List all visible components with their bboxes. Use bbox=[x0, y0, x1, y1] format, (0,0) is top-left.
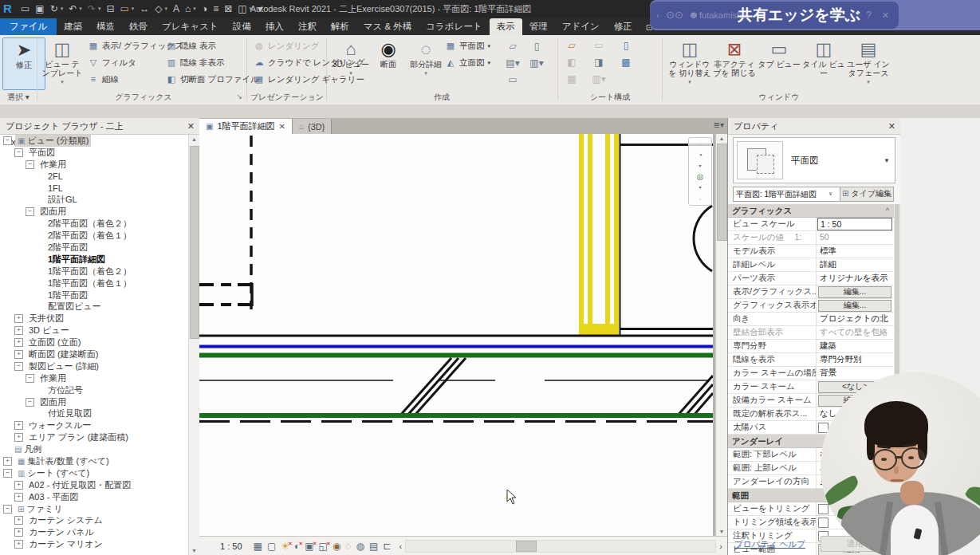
tree-item[interactable]: 1階平面図（着色２） bbox=[0, 266, 189, 278]
insulation-hatch-left[interactable] bbox=[399, 358, 466, 417]
duplicate-view-icon[interactable]: ▯ bbox=[529, 40, 544, 53]
canvas-vertical-scrollbar[interactable]: ▲ ▼ bbox=[715, 134, 727, 536]
property-input[interactable]: 1 : 50 bbox=[817, 218, 892, 230]
ribbon-tab-プレキャスト[interactable]: プレキャスト bbox=[155, 18, 226, 35]
scrollbar-thumb[interactable] bbox=[895, 204, 899, 380]
nav-wheel-mini-icon[interactable]: ◦ bbox=[699, 140, 701, 148]
expand-icon[interactable]: + bbox=[14, 540, 23, 549]
door-swing-arc[interactable] bbox=[694, 206, 712, 271]
steering-wheel-2d-icon[interactable]: ◔ bbox=[698, 151, 703, 159]
chevron-down-icon[interactable]: ▾ bbox=[699, 162, 701, 171]
revisions-icon[interactable]: ◧ bbox=[565, 56, 579, 69]
scroll-up-icon[interactable]: ▲ bbox=[716, 136, 727, 141]
expand-icon[interactable]: + bbox=[14, 516, 23, 525]
project-browser-scrollbar[interactable]: ▲ ▼ bbox=[188, 135, 199, 555]
ribbon-tab-マス & 外構[interactable]: マス & 外構 bbox=[356, 18, 419, 35]
remove-hidden-lines-button[interactable]: ▥隠線 非表示 bbox=[166, 55, 224, 70]
ribbon-tab-表示[interactable]: 表示 bbox=[490, 18, 522, 35]
collapse-icon[interactable]: − bbox=[3, 136, 12, 145]
ribbon-tab-管理[interactable]: 管理 bbox=[522, 18, 555, 35]
property-value[interactable]: 編集... bbox=[817, 299, 894, 312]
collapse-icon[interactable]: − bbox=[14, 362, 23, 371]
property-value[interactable]: すべての壁を包絡 bbox=[817, 326, 894, 339]
graphics-group-label[interactable]: グラフィックス↘ bbox=[41, 91, 246, 103]
collapse-icon[interactable]: − bbox=[3, 505, 12, 514]
property-value[interactable]: 1 : 50 bbox=[817, 218, 894, 230]
tree-item[interactable]: 付近見取図 bbox=[0, 407, 189, 419]
close-icon[interactable]: ✕ bbox=[187, 118, 195, 134]
hide-isolate-icon[interactable]: ◉ bbox=[333, 541, 340, 552]
window-group-label[interactable]: ウィンドウ bbox=[663, 91, 895, 103]
filter-button[interactable]: ▽フィルタ bbox=[88, 55, 136, 70]
nav-bottom-icon[interactable]: ◦ bbox=[699, 195, 701, 203]
ribbon-tab-ファイル[interactable]: ファイル bbox=[0, 18, 57, 35]
tree-item[interactable]: 1FL bbox=[0, 183, 189, 195]
edit-type-button[interactable]: ⊞ タイプ編集 bbox=[840, 187, 894, 202]
view-tab[interactable]: ▣1階平面詳細図✕ bbox=[199, 119, 293, 134]
scroll-down-icon[interactable]: ▼ bbox=[716, 529, 727, 534]
scrollbar-thumb[interactable] bbox=[190, 146, 199, 339]
property-value[interactable]: プロジェクトの北 bbox=[817, 313, 894, 325]
scrollbar-thumb[interactable] bbox=[717, 144, 727, 241]
project-browser-header[interactable]: プロジェクト ブラウザ - 二上Exercise0307(2015) ✕ bbox=[0, 118, 199, 135]
view-scale-button[interactable]: 1 : 50 bbox=[220, 541, 242, 551]
matchline-icon[interactable]: ▩ bbox=[619, 56, 633, 69]
expand-icon[interactable]: + bbox=[14, 528, 23, 537]
property-checkbox[interactable] bbox=[818, 504, 828, 514]
properties-header[interactable]: プロパティ ✕ bbox=[728, 118, 900, 135]
drawing-canvas[interactable]: ◦ ◔ ▾ ◎ ▾ ◦ bbox=[199, 134, 713, 536]
instance-selector[interactable]: 平面図: 1階平面詳細図 bbox=[733, 187, 842, 202]
tree-item[interactable]: −製図ビュー (詳細) bbox=[0, 360, 189, 372]
legends-icon[interactable]: ▤▾ bbox=[506, 57, 520, 69]
shadows-icon[interactable]: ◐✕ bbox=[294, 541, 300, 552]
ribbon-tab-解析[interactable]: 解析 bbox=[324, 18, 356, 35]
tree-item[interactable]: +カーテン システム bbox=[0, 515, 189, 527]
property-edit-button[interactable]: 編集... bbox=[818, 286, 891, 298]
ribbon-tab-設備[interactable]: 設備 bbox=[226, 18, 258, 35]
viewports-icon[interactable]: ▦ bbox=[565, 73, 579, 85]
insulation-hatch-right[interactable] bbox=[676, 376, 713, 417]
expand-icon[interactable]: + bbox=[14, 433, 23, 442]
view-tab[interactable]: ⌂{3D} bbox=[293, 119, 332, 134]
tree-item[interactable]: −⊞ファミリ bbox=[0, 503, 189, 515]
tree-item[interactable]: −平面図 bbox=[0, 147, 189, 159]
tree-item[interactable]: ▤凡例 bbox=[0, 443, 189, 455]
property-value[interactable]: 専門分野別 bbox=[817, 353, 894, 366]
title-block-icon[interactable]: ▯ bbox=[619, 39, 633, 52]
tree-item[interactable]: −図面用 bbox=[0, 206, 189, 218]
property-checkbox[interactable] bbox=[818, 518, 828, 528]
expand-icon[interactable]: + bbox=[14, 314, 23, 323]
tree-item[interactable]: +ウォークスルー bbox=[0, 419, 189, 431]
properties-help-link[interactable]: プロパティ ヘルプ bbox=[734, 539, 805, 550]
crop-view-icon[interactable]: ▣✕ bbox=[305, 541, 313, 552]
ribbon-tab-構造[interactable]: 構造 bbox=[89, 18, 122, 35]
callout-button[interactable]: ◌部分詳細▾ bbox=[405, 37, 447, 89]
ribbon-tab-鉄骨[interactable]: 鉄骨 bbox=[122, 18, 155, 35]
canvas-horizontal-scrollbar[interactable] bbox=[405, 540, 716, 553]
ribbon-tab-注釈[interactable]: 注釈 bbox=[291, 18, 324, 35]
tree-item[interactable]: 1階平面図（着色１） bbox=[0, 278, 189, 289]
type-selector[interactable]: 平面図 ▼ bbox=[733, 137, 895, 183]
reveal-hidden-icon[interactable]: ◌ bbox=[345, 541, 351, 552]
tree-item[interactable]: +エリア プラン (建築面積) bbox=[0, 431, 189, 443]
chevron-down-icon[interactable]: ▼ bbox=[884, 157, 890, 164]
sheet-group-label[interactable]: シート構成 bbox=[558, 91, 662, 103]
elevation-button[interactable]: ◭立面図▾ bbox=[445, 55, 490, 70]
tree-item[interactable]: 方位記号 bbox=[0, 384, 189, 396]
tree-item[interactable]: +立面図 (立面) bbox=[0, 337, 189, 348]
ribbon-tab-建築[interactable]: 建築 bbox=[57, 18, 89, 35]
property-value[interactable]: 建築 bbox=[817, 340, 894, 352]
tree-item[interactable]: −作業用 bbox=[0, 159, 189, 171]
expand-icon[interactable]: + bbox=[14, 326, 23, 335]
tree-item[interactable]: 配置図ビュー bbox=[0, 301, 189, 313]
property-value[interactable]: 50 bbox=[817, 231, 894, 244]
ribbon-tab-アドイン[interactable]: アドイン bbox=[555, 18, 607, 35]
ribbon-tab-コラボレート[interactable]: コラボレート bbox=[419, 18, 489, 35]
tree-item[interactable]: +A02 - 付近見取図・配置図 bbox=[0, 479, 189, 491]
close-inactive-button[interactable]: ⊠非アクティブを 閉じる bbox=[713, 37, 756, 89]
zoom-icon[interactable]: ◎ bbox=[697, 172, 704, 181]
expand-icon[interactable]: + bbox=[14, 493, 23, 502]
tree-item[interactable]: 1階平面図 bbox=[0, 289, 189, 301]
scroll-down-icon[interactable]: ▼ bbox=[189, 548, 199, 553]
tree-item[interactable]: +カーテン パネル bbox=[0, 526, 189, 538]
